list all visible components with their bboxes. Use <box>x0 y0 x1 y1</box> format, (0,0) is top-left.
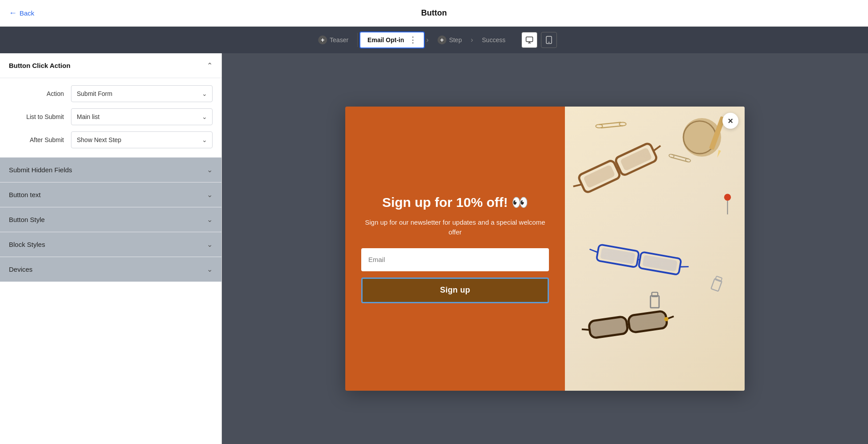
popup-subtext: Sign up for our newsletter for updates a… <box>361 218 549 238</box>
button-text-section: Button text ⌄ <box>0 182 221 207</box>
block-styles-title: Block Styles <box>9 241 45 248</box>
after-submit-row: After Submit Show Next Step Close Popup … <box>9 131 213 148</box>
action-select-wrapper: Submit Form Open URL Close Popup Show Ne… <box>71 85 213 102</box>
svg-line-17 <box>653 146 661 151</box>
submit-hidden-fields-title: Submit Hidden Fields <box>9 166 72 174</box>
block-styles-chevron[interactable]: ⌄ <box>207 240 213 249</box>
main-layout: Button Click Action ⌃ Action Submit Form… <box>0 53 868 444</box>
step-arrow-2: › <box>471 36 473 44</box>
action-select[interactable]: Submit Form Open URL Close Popup Show Ne… <box>71 85 213 102</box>
devices-section: Devices ⌄ <box>0 257 221 282</box>
list-to-submit-row: List to Submit Main list Secondary list … <box>9 108 213 125</box>
glasses-area <box>565 107 745 391</box>
email-input[interactable] <box>361 248 549 271</box>
mobile-device-button[interactable] <box>541 32 557 48</box>
preview-area: Sign up for 10% off! 👀 Sign up for our n… <box>222 53 868 444</box>
button-style-section: Button Style ⌄ <box>0 207 221 232</box>
step-teaser[interactable]: + Teaser <box>311 33 355 47</box>
success-label: Success <box>482 36 505 44</box>
after-submit-select[interactable]: Show Next Step Close Popup Redirect to U… <box>71 131 213 148</box>
button-click-action-header[interactable]: Button Click Action ⌃ <box>0 53 221 78</box>
svg-line-24 <box>680 265 689 268</box>
svg-line-29 <box>627 325 629 325</box>
list-to-submit-select[interactable]: Main list Secondary list <box>71 108 213 125</box>
popup-right-panel: × <box>565 107 745 391</box>
popup-headline: Sign up for 10% off! 👀 <box>382 194 528 210</box>
back-arrow-icon: ← <box>9 8 17 18</box>
after-submit-select-wrapper: Show Next Step Close Popup Redirect to U… <box>71 131 213 148</box>
button-style-header[interactable]: Button Style ⌄ <box>0 207 221 232</box>
svg-point-41 <box>724 194 731 201</box>
popup-close-button[interactable]: × <box>722 113 738 129</box>
button-click-action-chevron[interactable]: ⌃ <box>207 61 213 70</box>
glasses-illustration <box>565 107 745 391</box>
step-label: Step <box>449 36 462 44</box>
list-to-submit-label: List to Submit <box>9 113 71 120</box>
left-panel: Button Click Action ⌃ Action Submit Form… <box>0 53 222 444</box>
svg-rect-18 <box>583 164 615 188</box>
submit-hidden-fields-chevron[interactable]: ⌄ <box>207 166 213 174</box>
svg-rect-28 <box>628 311 667 333</box>
signup-button[interactable]: Sign up <box>361 278 549 303</box>
step-plus-icon: + <box>318 36 327 44</box>
after-submit-label: After Submit <box>9 136 71 143</box>
block-styles-section: Block Styles ⌄ <box>0 232 221 257</box>
back-button[interactable]: ← Back <box>9 8 34 18</box>
step-email-optin[interactable]: Email Opt-in ⋮ <box>359 32 424 48</box>
top-nav: ← Back Button <box>0 0 868 27</box>
block-styles-header[interactable]: Block Styles ⌄ <box>0 232 221 257</box>
svg-rect-0 <box>526 37 533 42</box>
popup-left-panel: Sign up for 10% off! 👀 Sign up for our n… <box>345 107 565 391</box>
button-click-action-title: Button Click Action <box>9 62 71 69</box>
button-style-chevron[interactable]: ⌄ <box>207 215 213 224</box>
step-plus-icon-2: + <box>438 36 446 44</box>
desktop-device-button[interactable] <box>521 32 537 48</box>
device-buttons <box>521 32 557 48</box>
email-input-wrap <box>361 248 549 271</box>
step-success[interactable]: Success <box>475 34 513 46</box>
step-options-icon[interactable]: ⋮ <box>409 35 417 45</box>
action-form: Action Submit Form Open URL Close Popup … <box>0 78 221 158</box>
devices-title: Devices <box>9 266 32 273</box>
button-text-chevron[interactable]: ⌄ <box>207 190 213 199</box>
step-nav: + Teaser Email Opt-in ⋮ › + Step › Succe… <box>0 27 868 53</box>
svg-line-22 <box>638 259 640 260</box>
action-label: Action <box>9 90 71 97</box>
button-style-title: Button Style <box>9 216 45 223</box>
svg-line-8 <box>601 126 623 128</box>
action-row: Action Submit Form Open URL Close Popup … <box>9 85 213 102</box>
submit-hidden-fields-section: Submit Hidden Fields ⌄ <box>0 158 221 182</box>
back-label: Back <box>20 9 34 17</box>
svg-line-15 <box>617 167 619 168</box>
svg-line-23 <box>589 249 598 252</box>
page-title: Button <box>124 8 744 18</box>
email-optin-label: Email Opt-in <box>367 36 404 44</box>
svg-line-7 <box>599 123 620 125</box>
teaser-label: Teaser <box>330 36 348 44</box>
button-text-header[interactable]: Button text ⌄ <box>0 182 221 207</box>
step-arrow-1: › <box>426 36 429 44</box>
svg-marker-12 <box>716 150 721 158</box>
nav-separator-1 <box>357 33 358 47</box>
list-select-wrapper: Main list Secondary list ⌄ <box>71 108 213 125</box>
step-step[interactable]: + Step <box>430 33 469 47</box>
submit-hidden-fields-header[interactable]: Submit Hidden Fields ⌄ <box>0 158 221 182</box>
devices-chevron[interactable]: ⌄ <box>207 265 213 274</box>
popup-preview: Sign up for 10% off! 👀 Sign up for our n… <box>345 107 745 391</box>
devices-header[interactable]: Devices ⌄ <box>0 257 221 281</box>
svg-rect-27 <box>588 316 628 338</box>
button-text-title: Button text <box>9 191 41 198</box>
svg-rect-33 <box>651 296 659 308</box>
svg-rect-19 <box>620 147 652 171</box>
top-nav-left: ← Back <box>9 8 124 18</box>
